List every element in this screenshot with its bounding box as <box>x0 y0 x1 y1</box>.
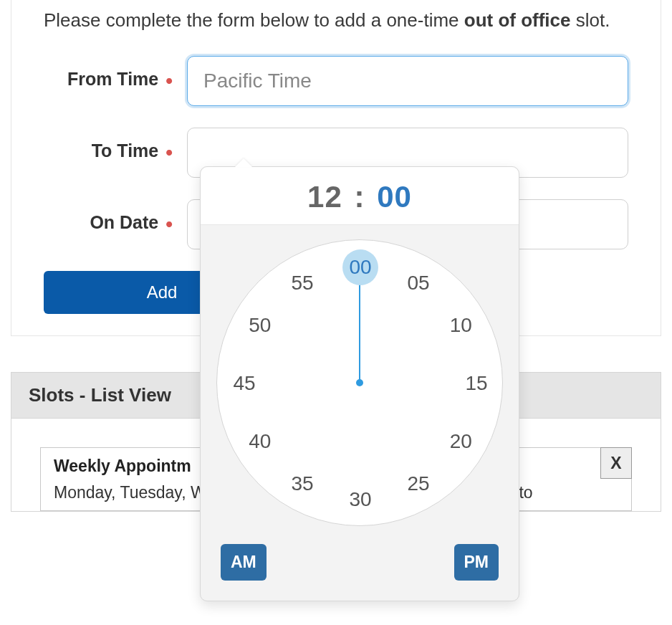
clock-center-icon <box>356 379 363 386</box>
time-hour[interactable]: 12 <box>307 180 342 214</box>
to-time-label-text: To Time <box>92 140 159 161</box>
am-button[interactable]: AM <box>221 544 267 581</box>
ampm-row: AM PM <box>201 540 519 601</box>
time-separator: : <box>342 180 377 214</box>
time-minute[interactable]: 00 <box>377 180 412 214</box>
clock-number-25[interactable]: 25 <box>400 466 436 502</box>
popover-arrow-icon <box>235 158 252 167</box>
on-date-label-text: On Date <box>90 212 158 232</box>
to-time-label: To Time • <box>44 139 187 166</box>
from-time-row: From Time • <box>44 56 628 106</box>
clock-number-15[interactable]: 15 <box>459 366 494 401</box>
intro-text: Please complete the form below to add a … <box>44 7 628 34</box>
clock-number-20[interactable]: 20 <box>443 424 479 459</box>
intro-suffix: slot. <box>571 9 610 31</box>
slot-delete-button[interactable]: X <box>600 447 632 479</box>
clock-number-30[interactable]: 30 <box>342 482 378 517</box>
from-time-label-text: From Time <box>67 69 158 89</box>
required-dot-icon: • <box>165 213 173 235</box>
clock-number-35[interactable]: 35 <box>284 466 320 502</box>
intro-strong: out of office <box>464 9 571 31</box>
pm-button[interactable]: PM <box>454 544 499 581</box>
clock-number-55[interactable]: 55 <box>284 265 320 301</box>
clock-number-50[interactable]: 50 <box>242 307 278 343</box>
time-picker-popover: 12 : 00 000510152025303540455055 AM PM <box>200 166 519 601</box>
clock-number-10[interactable]: 10 <box>443 307 479 343</box>
clock-number-00[interactable]: 00 <box>342 249 378 285</box>
clock-face[interactable]: 000510152025303540455055 <box>216 239 503 526</box>
clock-number-45[interactable]: 45 <box>226 366 262 401</box>
from-time-input[interactable] <box>187 56 628 106</box>
from-time-label: From Time • <box>44 67 187 94</box>
time-picker-header: 12 : 00 <box>201 167 519 225</box>
clock-number-05[interactable]: 05 <box>400 265 436 301</box>
required-dot-icon: • <box>165 141 173 163</box>
clock-wrap: 000510152025303540455055 <box>201 225 519 540</box>
required-dot-icon: • <box>165 70 173 92</box>
intro-prefix: Please complete the form below to add a … <box>44 9 464 31</box>
on-date-label: On Date • <box>44 211 187 237</box>
clock-number-40[interactable]: 40 <box>242 424 278 459</box>
clock-hand-icon <box>359 268 360 383</box>
